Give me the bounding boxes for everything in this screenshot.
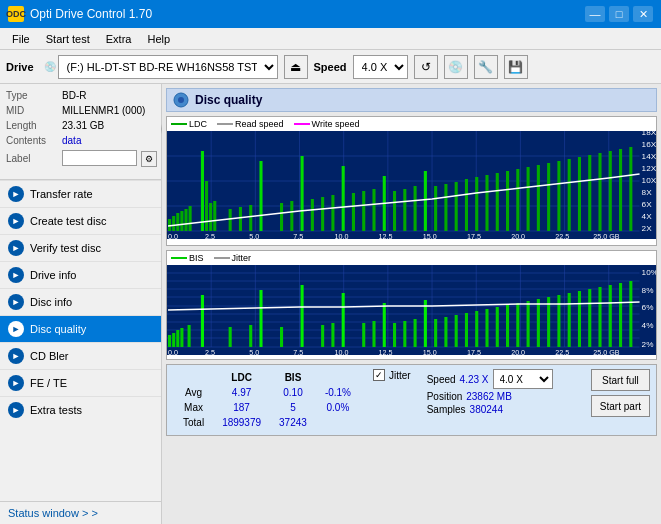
svg-rect-63	[578, 157, 581, 231]
nav-disc-quality[interactable]: ► Disc quality	[0, 315, 161, 342]
svg-rect-59	[537, 165, 540, 231]
svg-rect-41	[352, 193, 355, 231]
disc-length-row: Length 23.31 GB	[6, 120, 157, 131]
create-test-disc-icon: ►	[8, 213, 24, 229]
label-input[interactable]	[62, 150, 137, 166]
save-btn[interactable]: 💾	[504, 55, 528, 79]
svg-rect-21	[172, 216, 175, 231]
nav-extra-tests[interactable]: ► Extra tests	[0, 396, 161, 423]
speed-select-small[interactable]: 4.0 X	[493, 369, 553, 389]
disc-label-row: Label ⚙	[6, 150, 157, 167]
total-ldc: 1899379	[214, 416, 269, 429]
svg-point-4	[178, 97, 184, 103]
jitter-checkbox[interactable]: ✓	[373, 369, 385, 381]
svg-rect-57	[516, 169, 519, 231]
svg-text:12X: 12X	[642, 164, 656, 173]
toolbar: Drive 💿 (F:) HL-DT-ST BD-RE WH16NS58 TST…	[0, 50, 661, 84]
label-button[interactable]: ⚙	[141, 151, 157, 167]
speed-select[interactable]: 4.0 X	[353, 55, 408, 79]
settings-btn[interactable]: 🔧	[474, 55, 498, 79]
drive-select[interactable]: (F:) HL-DT-ST BD-RE WH16NS58 TST4	[58, 55, 278, 79]
svg-rect-130	[372, 321, 375, 347]
ldc-color	[171, 123, 187, 125]
transfer-rate-icon: ►	[8, 186, 24, 202]
svg-rect-39	[331, 195, 334, 231]
minimize-button[interactable]: —	[585, 6, 605, 22]
nav-label-disc-info: Disc info	[30, 296, 72, 308]
menu-bar: File Start test Extra Help	[0, 28, 661, 50]
svg-rect-30	[229, 209, 232, 231]
svg-rect-64	[588, 155, 591, 231]
svg-rect-135	[424, 300, 427, 347]
legend-write-speed: Write speed	[294, 119, 360, 129]
refresh-button[interactable]: ↺	[414, 55, 438, 79]
svg-rect-155	[629, 281, 632, 347]
svg-rect-29	[213, 201, 216, 231]
col-bis: BIS	[271, 371, 315, 384]
jitter-label: Jitter	[389, 370, 411, 381]
svg-rect-117	[176, 330, 179, 347]
svg-rect-46	[403, 189, 406, 231]
svg-rect-26	[201, 151, 204, 231]
nav-transfer-rate[interactable]: ► Transfer rate	[0, 180, 161, 207]
svg-text:17.5: 17.5	[467, 233, 481, 239]
svg-rect-121	[229, 327, 232, 347]
svg-rect-33	[259, 161, 262, 231]
svg-rect-68	[629, 147, 632, 231]
sidebar: Type BD-R MID MILLENMR1 (000) Length 23.…	[0, 84, 162, 524]
col-empty	[175, 371, 212, 384]
svg-text:6%: 6%	[642, 303, 654, 312]
nav-fe-te[interactable]: ► FE / TE	[0, 369, 161, 396]
menu-start-test[interactable]: Start test	[38, 31, 98, 47]
status-window-label: Status window > >	[8, 507, 98, 519]
svg-text:10%: 10%	[642, 268, 656, 277]
disc-btn[interactable]: 💿	[444, 55, 468, 79]
mid-label: MID	[6, 105, 58, 116]
nav-label-disc-quality: Disc quality	[30, 323, 86, 335]
nav-create-test-disc[interactable]: ► Create test disc	[0, 207, 161, 234]
samples-label: Samples	[427, 404, 466, 415]
menu-help[interactable]: Help	[139, 31, 178, 47]
verify-test-disc-icon: ►	[8, 240, 24, 256]
nav-verify-test-disc[interactable]: ► Verify test disc	[0, 234, 161, 261]
svg-text:25.0 GB: 25.0 GB	[593, 233, 620, 239]
nav-drive-info[interactable]: ► Drive info	[0, 261, 161, 288]
svg-rect-120	[201, 295, 204, 347]
menu-file[interactable]: File	[4, 31, 38, 47]
menu-extra[interactable]: Extra	[98, 31, 140, 47]
nav-disc-info[interactable]: ► Disc info	[0, 288, 161, 315]
svg-rect-151	[588, 289, 591, 347]
svg-rect-54	[485, 175, 488, 231]
avg-label: Avg	[175, 386, 212, 399]
start-part-button[interactable]: Start part	[591, 395, 650, 417]
close-button[interactable]: ✕	[633, 6, 653, 22]
maximize-button[interactable]: □	[609, 6, 629, 22]
svg-text:5.0: 5.0	[249, 233, 259, 239]
nav-label-drive-info: Drive info	[30, 269, 76, 281]
svg-rect-25	[189, 206, 192, 231]
stats-table: LDC BIS Avg 4.97 0.10 -0.1% Max 187 5 0.…	[173, 369, 361, 431]
svg-text:5.0: 5.0	[249, 349, 259, 355]
max-label: Max	[175, 401, 212, 414]
max-ldc: 187	[214, 401, 269, 414]
extra-tests-icon: ►	[8, 402, 24, 418]
svg-rect-27	[205, 181, 208, 231]
svg-rect-154	[619, 283, 622, 347]
nav-label-transfer-rate: Transfer rate	[30, 188, 93, 200]
avg-jitter: -0.1%	[317, 386, 359, 399]
svg-rect-152	[598, 287, 601, 347]
eject-button[interactable]: ⏏	[284, 55, 308, 79]
total-empty	[317, 416, 359, 429]
nav-cd-bler[interactable]: ► CD Bler	[0, 342, 161, 369]
svg-rect-126	[321, 325, 324, 347]
nav-label-fe-te: FE / TE	[30, 377, 67, 389]
status-window-button[interactable]: Status window > >	[0, 501, 161, 524]
drive-icon: 💿	[44, 61, 56, 72]
svg-rect-35	[290, 201, 293, 231]
svg-text:2.5: 2.5	[205, 349, 215, 355]
svg-rect-116	[172, 333, 175, 347]
svg-rect-23	[180, 211, 183, 231]
start-full-button[interactable]: Start full	[591, 369, 650, 391]
disc-info-icon: ►	[8, 294, 24, 310]
disc-quality-icon-header	[173, 92, 189, 108]
